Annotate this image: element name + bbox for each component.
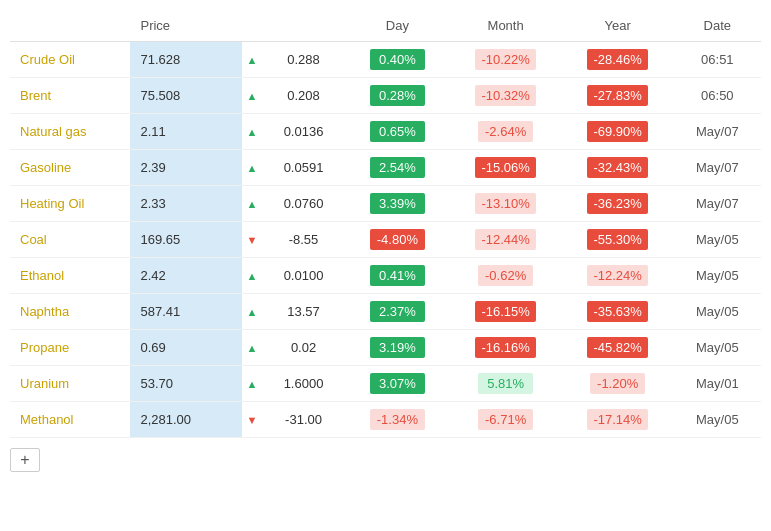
commodity-date: May/05 [674,222,761,258]
up-arrow-icon: ▲ [246,306,257,318]
commodity-arrow: ▲ [242,366,262,402]
commodity-month: -16.15% [450,294,562,330]
commodity-change: 0.0591 [262,150,345,186]
commodity-year: -12.24% [562,258,674,294]
up-arrow-icon: ▲ [246,90,257,102]
table-row: Methanol2,281.00▼-31.00-1.34%-6.71%-17.1… [10,402,761,438]
commodity-name: Uranium [10,366,130,402]
commodity-price: 0.69 [130,330,241,366]
commodity-day: 0.40% [345,42,449,78]
up-arrow-icon: ▲ [246,162,257,174]
up-arrow-icon: ▲ [246,126,257,138]
down-arrow-icon: ▼ [246,234,257,246]
commodity-date: May/01 [674,366,761,402]
commodity-name: Methanol [10,402,130,438]
commodity-year: -1.20% [562,366,674,402]
table-row: Gasoline2.39▲0.05912.54%-15.06%-32.43%Ma… [10,150,761,186]
commodities-table: Price Day Month Year Date Crude Oil71.62… [10,10,761,438]
table-row: Coal169.65▼-8.55-4.80%-12.44%-55.30%May/… [10,222,761,258]
commodity-arrow: ▼ [242,222,262,258]
up-arrow-icon: ▲ [246,378,257,390]
up-arrow-icon: ▲ [246,342,257,354]
commodity-change: 0.0760 [262,186,345,222]
commodity-date: May/07 [674,150,761,186]
commodity-change: 13.57 [262,294,345,330]
commodity-day: 3.07% [345,366,449,402]
header-date: Date [674,10,761,42]
commodity-year: -55.30% [562,222,674,258]
commodity-month: -12.44% [450,222,562,258]
commodity-name: Coal [10,222,130,258]
commodity-price: 71.628 [130,42,241,78]
up-arrow-icon: ▲ [246,54,257,66]
commodity-date: May/05 [674,330,761,366]
commodity-arrow: ▲ [242,258,262,294]
commodity-day: 3.39% [345,186,449,222]
header-month: Month [450,10,562,42]
commodity-day: 0.41% [345,258,449,294]
commodity-change: -8.55 [262,222,345,258]
commodity-day: -1.34% [345,402,449,438]
commodity-month: -6.71% [450,402,562,438]
header-arrow [242,10,262,42]
header-year: Year [562,10,674,42]
commodity-day: 3.19% [345,330,449,366]
main-container: Price Day Month Year Date Crude Oil71.62… [0,0,771,531]
commodity-name: Propane [10,330,130,366]
commodity-date: May/07 [674,114,761,150]
table-row: Propane0.69▲0.023.19%-16.16%-45.82%May/0… [10,330,761,366]
commodity-change: 1.6000 [262,366,345,402]
commodity-arrow: ▼ [242,402,262,438]
commodity-month: 5.81% [450,366,562,402]
commodity-name: Naphtha [10,294,130,330]
commodity-name: Ethanol [10,258,130,294]
commodity-month: -10.22% [450,42,562,78]
commodity-arrow: ▲ [242,330,262,366]
commodity-price: 2.33 [130,186,241,222]
commodity-date: May/07 [674,186,761,222]
commodity-name: Natural gas [10,114,130,150]
commodity-price: 2.11 [130,114,241,150]
commodity-month: -13.10% [450,186,562,222]
add-row-button[interactable]: + [10,448,40,472]
commodity-date: 06:51 [674,42,761,78]
commodity-date: May/05 [674,258,761,294]
commodity-year: -45.82% [562,330,674,366]
table-row: Naphtha587.41▲13.572.37%-16.15%-35.63%Ma… [10,294,761,330]
commodity-day: 0.28% [345,78,449,114]
commodity-year: -28.46% [562,42,674,78]
up-arrow-icon: ▲ [246,198,257,210]
table-row: Ethanol2.42▲0.01000.41%-0.62%-12.24%May/… [10,258,761,294]
commodity-date: May/05 [674,402,761,438]
commodity-price: 2.39 [130,150,241,186]
commodity-change: 0.208 [262,78,345,114]
commodity-name: Gasoline [10,150,130,186]
commodity-day: 0.65% [345,114,449,150]
header-change [262,10,345,42]
commodity-price: 2,281.00 [130,402,241,438]
commodity-arrow: ▲ [242,78,262,114]
commodity-change: -31.00 [262,402,345,438]
commodity-change: 0.0136 [262,114,345,150]
down-arrow-icon: ▼ [246,414,257,426]
commodity-month: -15.06% [450,150,562,186]
commodity-name: Crude Oil [10,42,130,78]
table-row: Uranium53.70▲1.60003.07%5.81%-1.20%May/0… [10,366,761,402]
commodity-price: 169.65 [130,222,241,258]
table-row: Natural gas2.11▲0.01360.65%-2.64%-69.90%… [10,114,761,150]
commodity-arrow: ▲ [242,186,262,222]
commodity-year: -17.14% [562,402,674,438]
commodity-month: -16.16% [450,330,562,366]
commodity-change: 0.288 [262,42,345,78]
commodity-arrow: ▲ [242,294,262,330]
commodity-month: -2.64% [450,114,562,150]
commodity-name: Heating Oil [10,186,130,222]
commodity-year: -32.43% [562,150,674,186]
header-price: Price [130,10,241,42]
commodity-arrow: ▲ [242,42,262,78]
commodity-day: 2.37% [345,294,449,330]
commodity-price: 75.508 [130,78,241,114]
commodity-date: May/05 [674,294,761,330]
commodity-name: Brent [10,78,130,114]
table-row: Heating Oil2.33▲0.07603.39%-13.10%-36.23… [10,186,761,222]
